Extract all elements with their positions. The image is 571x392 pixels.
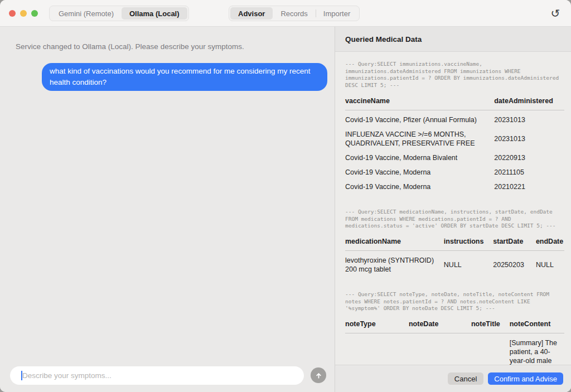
data-table: vaccineNamedateAdministeredCovid-19 Vacc… <box>345 97 564 194</box>
panel-footer: Cancel Confirm and Advise <box>335 365 571 392</box>
arrow-counterclockwise-icon: ↺ <box>551 7 560 20</box>
column-header: noteDate <box>409 320 471 333</box>
view-segmented-control: Advisor Records Importer <box>229 6 360 21</box>
user-message-bubble: what kind of vaccinations would you reco… <box>42 63 327 91</box>
table-row: Covid-19 Vaccine, Moderna Bivalent202209… <box>345 151 564 165</box>
chat-pane: Service changed to Ollama (Local). Pleas… <box>0 27 335 392</box>
cancel-button[interactable]: Cancel <box>448 372 483 385</box>
titlebar: Gemini (Remote) Ollama (Local) Advisor R… <box>0 0 571 27</box>
column-header: startDate <box>493 238 536 251</box>
sql-query-text: --- Query:SELECT medicationName, instruc… <box>345 209 564 230</box>
column-header: vaccineName <box>345 97 494 110</box>
column-header: endDate <box>536 238 564 251</box>
chat-input-bar <box>0 366 335 392</box>
tab-importer[interactable]: Importer <box>316 7 358 20</box>
refresh-button[interactable]: ↺ <box>548 6 563 21</box>
table-cell: Covid-19 Vaccine, Pfizer (Annual Formula… <box>345 110 494 127</box>
table-cell: NULL <box>444 251 493 277</box>
column-header: medicationName <box>345 238 444 251</box>
app-window: Gemini (Remote) Ollama (Local) Advisor R… <box>0 0 571 392</box>
sql-query-text: --- Query:SELECT noteType, noteDate, not… <box>345 291 564 312</box>
table-cell <box>409 333 471 365</box>
table-row: INFLUENZA VACCINE >/=6 MONTHS, QUADRIVAL… <box>345 127 564 151</box>
column-header: noteTitle <box>471 320 510 333</box>
column-header: noteType <box>345 320 409 333</box>
query-section: --- Query:SELECT noteType, noteDate, not… <box>345 291 564 365</box>
table-cell: 20220913 <box>494 151 564 165</box>
table-row: Covid-19 Vaccine, Moderna20211105 <box>345 165 564 180</box>
table-cell: 20231013 <box>494 110 564 127</box>
table-cell: 20210221 <box>494 180 564 194</box>
column-header: instructions <box>444 238 493 251</box>
sql-query-text: --- Query:SELECT immunizations.vaccineNa… <box>345 61 564 89</box>
panel-title: Queried Medical Data <box>345 35 422 43</box>
send-button[interactable] <box>311 367 326 383</box>
table-cell: Covid-19 Vaccine, Moderna <box>345 165 494 180</box>
table-cell: [Summary] The patient, a 40-year-old mal… <box>510 333 564 365</box>
data-table: medicationNameinstructionsstartDateendDa… <box>345 238 564 277</box>
main-content: Service changed to Ollama (Local). Pleas… <box>0 27 571 392</box>
table-row: levothyroxine (SYNTHROID) 200 mcg tablet… <box>345 251 564 277</box>
minimize-button[interactable] <box>20 10 27 17</box>
confirm-and-advise-button[interactable]: Confirm and Advise <box>488 372 563 385</box>
table-cell: 20211105 <box>494 165 564 180</box>
user-message-row: what kind of vaccinations would you reco… <box>0 63 327 91</box>
table-row: Covid-19 Vaccine, Pfizer (Annual Formula… <box>345 110 564 127</box>
table-cell <box>471 333 510 365</box>
zoom-button[interactable] <box>31 10 38 17</box>
tab-records[interactable]: Records <box>273 7 315 20</box>
table-cell: levothyroxine (SYNTHROID) 200 mcg tablet <box>345 251 444 277</box>
table-cell: Covid-19 Vaccine, Moderna Bivalent <box>345 151 494 165</box>
column-header: dateAdministered <box>494 97 564 110</box>
close-button[interactable] <box>9 10 16 17</box>
system-message: Service changed to Ollama (Local). Pleas… <box>16 42 319 51</box>
arrow-up-icon <box>314 371 323 380</box>
data-table: noteTypenoteDatenoteTitlenoteContent[Sum… <box>345 320 564 365</box>
table-cell: 20231013 <box>494 127 564 151</box>
table-cell: INFLUENZA VACCINE >/=6 MONTHS, QUADRIVAL… <box>345 127 494 151</box>
query-section: --- Query:SELECT immunizations.vaccineNa… <box>345 61 564 194</box>
table-cell: 20250203 <box>493 251 536 277</box>
tab-advisor[interactable]: Advisor <box>230 7 273 20</box>
text-cursor <box>21 371 22 380</box>
service-segmented-control: Gemini (Remote) Ollama (Local) <box>49 6 189 21</box>
queried-data-scroll-area[interactable]: --- Query:SELECT immunizations.vaccineNa… <box>335 52 571 365</box>
panel-header: Queried Medical Data <box>335 27 571 52</box>
table-row: [Summary] The patient, a 40-year-old mal… <box>345 333 564 365</box>
query-section: --- Query:SELECT medicationName, instruc… <box>345 209 564 277</box>
queried-data-panel: Queried Medical Data --- Query:SELECT im… <box>335 27 571 392</box>
segment-ollama-local[interactable]: Ollama (Local) <box>122 7 187 20</box>
table-cell: Covid-19 Vaccine, Moderna <box>345 180 494 194</box>
column-header: noteContent <box>510 320 564 333</box>
symptoms-input[interactable] <box>10 366 304 385</box>
traffic-lights <box>9 10 38 17</box>
segment-gemini-remote[interactable]: Gemini (Remote) <box>51 7 122 20</box>
chat-scroll-area[interactable]: Service changed to Ollama (Local). Pleas… <box>0 27 335 366</box>
table-cell <box>345 333 409 365</box>
table-row: Covid-19 Vaccine, Moderna20210221 <box>345 180 564 194</box>
table-cell: NULL <box>536 251 564 277</box>
